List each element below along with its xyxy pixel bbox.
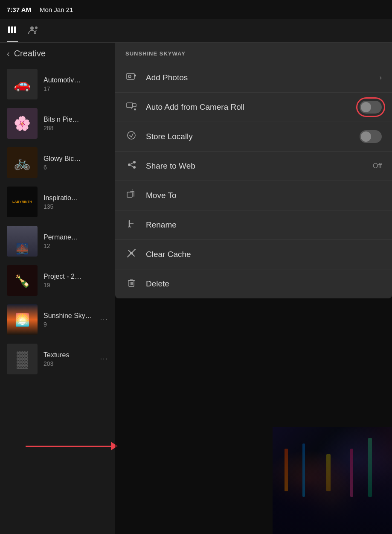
album-more-sunshine[interactable]: ··· (100, 316, 108, 324)
auto-add-toggle[interactable] (360, 101, 382, 114)
svg-point-15 (128, 163, 131, 166)
album-list: 🚗 Automotiv… 17 🌸 Bits n Pie… 288 (0, 64, 115, 379)
album-name-automotive: Automotiv… (44, 76, 108, 84)
menu-item-move-to[interactable]: Move To (115, 181, 392, 210)
album-name-glowy: Glowy Bic… (44, 155, 108, 163)
context-menu-overlay[interactable]: SUNSHINE SKYWAY Add Photos › (115, 43, 392, 534)
album-count-project: 19 (44, 282, 108, 289)
svg-rect-9 (127, 103, 133, 108)
album-info-project: Project - 2… 19 (44, 273, 108, 289)
people-icon (28, 27, 39, 38)
menu-item-share-web[interactable]: Share to Web Off (115, 152, 392, 181)
album-name-bits: Bits n Pie… (44, 116, 108, 123)
album-info-inspiration: Inspiratio… 135 (44, 194, 108, 210)
album-count-bits: 288 (44, 125, 108, 131)
menu-item-delete[interactable]: Delete (115, 269, 392, 298)
album-thumb-bits: 🌸 (7, 108, 38, 139)
svg-line-19 (131, 166, 133, 167)
svg-rect-10 (133, 104, 136, 107)
rename-icon: A (125, 218, 137, 232)
add-photos-chevron: › (380, 74, 382, 82)
delete-label: Delete (146, 279, 382, 289)
album-info-textures: Textures 203 (44, 351, 94, 367)
context-menu: SUNSHINE SKYWAY Add Photos › (115, 43, 392, 298)
album-item-project[interactable]: 🍾 Project - 2… 19 (0, 261, 115, 300)
svg-rect-1 (11, 26, 13, 33)
album-count-sunshine: 9 (44, 321, 94, 328)
album-more-textures[interactable]: ··· (100, 355, 108, 363)
delete-icon (125, 277, 137, 291)
breadcrumb-title: Creative (14, 49, 46, 58)
back-button[interactable]: ‹ (7, 49, 10, 58)
album-item-sunshine[interactable]: 🌅 Sunshine Skyway 9 ··· (0, 300, 115, 339)
top-nav (0, 19, 392, 43)
sidebar: ‹ Creative 🚗 Automotiv… 17 🌸 (0, 43, 115, 534)
share-web-icon (125, 159, 137, 173)
album-name-permanent: Permane… (44, 233, 108, 241)
album-count-automotive: 17 (44, 85, 108, 92)
svg-point-6 (128, 75, 131, 78)
svg-text:A: A (128, 224, 131, 228)
add-photo-icon (125, 71, 137, 85)
album-item-bits[interactable]: 🌸 Bits n Pie… 288 (0, 104, 115, 143)
menu-item-store-locally[interactable]: Store Locally (115, 122, 392, 152)
album-info-glowy: Glowy Bic… 6 (44, 155, 108, 171)
move-to-label: Move To (146, 191, 382, 200)
svg-point-14 (128, 131, 135, 139)
main-content: ‹ Creative 🚗 Automotiv… 17 🌸 (0, 43, 392, 534)
svg-rect-2 (14, 26, 16, 33)
breadcrumb: ‹ Creative (0, 43, 115, 64)
context-menu-title: SUNSHINE SKYWAY (115, 43, 392, 63)
svg-point-17 (133, 166, 136, 169)
album-count-glowy: 6 (44, 164, 108, 171)
move-to-icon (125, 189, 137, 202)
album-info-bits: Bits n Pie… 288 (44, 116, 108, 131)
status-date: Mon Jan 21 (40, 6, 73, 13)
album-thumb-textures: ▓ (7, 344, 38, 374)
svg-rect-20 (127, 192, 132, 197)
album-name-textures: Textures (44, 351, 94, 359)
nav-tab-people[interactable] (28, 24, 39, 42)
library-icon (7, 27, 18, 38)
menu-item-clear-cache[interactable]: Clear Cache (115, 240, 392, 269)
auto-add-label: Auto Add from Camera Roll (146, 102, 351, 112)
clear-cache-icon (125, 248, 137, 261)
annotation-line (26, 446, 111, 447)
album-item-textures[interactable]: ▓ Textures 203 ··· (0, 339, 115, 379)
auto-add-toggle-wrapper (360, 101, 382, 114)
album-count-inspiration: 135 (44, 203, 108, 210)
album-item-glowy[interactable]: 🚲 Glowy Bic… 6 (0, 143, 115, 182)
album-item-automotive[interactable]: 🚗 Automotiv… 17 (0, 64, 115, 104)
album-thumb-project: 🍾 (7, 265, 38, 296)
store-locally-icon (125, 130, 137, 143)
album-thumb-permanent: 🌉 (7, 226, 38, 257)
svg-point-16 (133, 161, 136, 163)
album-item-inspiration[interactable]: LABYRINTH Inspiratio… 135 (0, 182, 115, 222)
svg-point-4 (35, 26, 38, 29)
album-item-permanent[interactable]: 🌉 Permane… 12 (0, 222, 115, 261)
menu-item-auto-add[interactable]: Auto Add from Camera Roll (115, 93, 392, 122)
svg-point-3 (30, 26, 34, 30)
share-web-label: Share to Web (146, 161, 364, 171)
auto-add-toggle-knob (361, 102, 371, 112)
album-thumb-sunshine: 🌅 (7, 304, 38, 335)
menu-item-rename[interactable]: A Rename (115, 210, 392, 240)
svg-line-18 (131, 163, 133, 164)
nav-tab-library[interactable] (7, 24, 18, 42)
svg-rect-5 (127, 73, 134, 79)
status-time: 7:37 AM (7, 6, 31, 13)
album-thumb-glowy: 🚲 (7, 147, 38, 178)
clear-cache-label: Clear Cache (146, 250, 382, 259)
store-locally-toggle[interactable] (360, 130, 382, 143)
album-thumb-automotive: 🚗 (7, 69, 38, 99)
svg-rect-27 (130, 252, 133, 254)
album-info-permanent: Permane… 12 (44, 233, 108, 249)
album-thumb-inspiration: LABYRINTH (7, 187, 38, 217)
status-bar: 7:37 AM Mon Jan 21 (0, 0, 392, 19)
album-count-textures: 203 (44, 360, 94, 367)
store-locally-toggle-knob (361, 131, 371, 142)
share-web-value: Off (373, 162, 382, 170)
add-photos-label: Add Photos (146, 73, 371, 82)
album-info-automotive: Automotiv… 17 (44, 76, 108, 92)
menu-item-add-photos[interactable]: Add Photos › (115, 63, 392, 93)
